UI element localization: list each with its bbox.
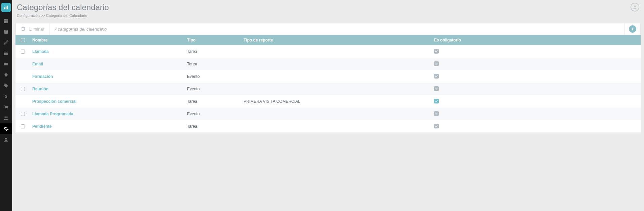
table-row: Llamada ProgramadaEvento [15,108,641,120]
cell-name: Pendiente [30,124,185,129]
svg-rect-11 [5,51,5,52]
checkbox-icon [21,124,25,128]
th-select-all[interactable] [15,38,30,42]
trash-icon [21,26,26,32]
svg-rect-1 [6,6,7,9]
svg-point-13 [5,84,5,85]
th-report-type[interactable]: Tipo de reporte [242,38,432,42]
cell-name: Prospección comercial [30,99,185,104]
svg-rect-4 [6,19,8,21]
nav-tag-icon[interactable] [0,80,12,91]
svg-rect-12 [7,51,7,52]
category-link[interactable]: Email [32,62,43,66]
nav-notes-icon[interactable] [0,37,12,48]
svg-point-17 [4,116,6,118]
svg-point-18 [6,116,8,118]
th-mandatory[interactable]: Es obligatorio [432,38,533,42]
category-link[interactable]: Prospección comercial [32,99,76,104]
checkbox-icon [21,50,25,54]
add-button[interactable] [624,23,640,35]
check-icon [434,124,439,128]
cell-type: Evento [185,112,242,116]
table-row: Prospección comercialTareaPRIMERA VISITA… [15,95,641,108]
sidebar: $ [0,0,12,211]
check-icon [434,49,439,54]
nav-calendar-icon[interactable] [0,48,12,59]
nav-money-icon[interactable]: $ [0,91,12,102]
delete-label: Eliminar [29,27,44,32]
svg-rect-6 [6,21,8,23]
category-link[interactable]: Reunión [32,87,48,91]
breadcrumb: Configuración >> Categoría del Calendari… [17,13,109,18]
cell-mandatory [432,49,533,54]
checkbox-icon [21,38,25,42]
svg-text:$: $ [5,94,7,99]
svg-point-15 [5,109,6,109]
nav-users-icon[interactable] [0,113,12,123]
cell-type: Tarea [185,99,242,104]
plus-icon [629,25,636,33]
category-link[interactable]: Pendiente [32,124,51,129]
svg-rect-0 [4,7,5,9]
category-link[interactable]: Llamada Programada [32,112,73,116]
svg-rect-7 [4,30,8,34]
table-row: LlamadaTarea [15,45,641,58]
table-row: ReuniónEvento [15,83,641,95]
cell-mandatory [432,111,533,116]
cell-report-type: PRIMERA VISITA COMERCIAL [242,99,432,104]
delete-button[interactable]: Eliminar [16,23,49,35]
cell-type: Evento [185,87,242,91]
row-select[interactable] [15,112,30,116]
cell-mandatory [432,86,533,91]
cell-name: Reunión [30,87,185,91]
cell-name: Llamada [30,49,185,54]
cell-mandatory [432,74,533,79]
nav-settings-icon[interactable] [0,123,12,134]
nav-dashboard-icon[interactable] [0,16,12,26]
cell-mandatory [432,124,533,129]
row-select[interactable] [15,124,30,128]
cell-mandatory [432,99,533,104]
cell-type: Evento [185,74,242,79]
page-header: Categorías del calendario Configuración … [12,0,644,21]
svg-point-19 [5,138,7,140]
cell-type: Tarea [185,62,242,66]
nav-folder-icon[interactable] [0,59,12,69]
check-icon [434,99,439,103]
check-icon [434,111,439,116]
table-header-row: Nombre Tipo Tipo de reporte Es obligator… [15,35,641,45]
table-row: FormaciónEvento [15,70,641,83]
cell-name: Email [30,62,185,66]
category-link[interactable]: Formación [32,74,53,79]
svg-point-16 [7,109,8,109]
cell-type: Tarea [185,124,242,129]
svg-rect-5 [4,21,6,23]
categories-table: Nombre Tipo Tipo de reporte Es obligator… [15,35,641,132]
nav-activities-icon[interactable] [0,26,12,37]
cell-mandatory [432,61,533,66]
svg-rect-3 [4,19,6,21]
row-select[interactable] [15,50,30,54]
cell-name: Llamada Programada [30,112,185,116]
check-icon [434,61,439,66]
user-avatar-icon[interactable] [631,3,639,11]
svg-rect-2 [7,6,8,9]
nav-basket-icon[interactable] [0,69,12,80]
check-icon [434,86,439,91]
th-type[interactable]: Tipo [185,38,242,42]
cell-name: Formación [30,74,185,79]
checkbox-icon [21,87,25,91]
app-logo[interactable] [1,3,11,12]
checkbox-icon [21,112,25,116]
nav-cart-icon[interactable] [0,102,12,113]
th-name[interactable]: Nombre [30,38,185,42]
cell-type: Tarea [185,49,242,54]
page-title: Categorías del calendario [17,3,109,12]
table-row: PendienteTarea [15,120,641,132]
svg-rect-8 [5,31,7,31]
record-count: 7 categorías del calendario [49,23,111,35]
category-link[interactable]: Llamada [32,49,49,54]
main-content: Categorías del calendario Configuración … [12,0,644,211]
nav-profile-icon[interactable] [0,134,12,145]
row-select[interactable] [15,87,30,91]
